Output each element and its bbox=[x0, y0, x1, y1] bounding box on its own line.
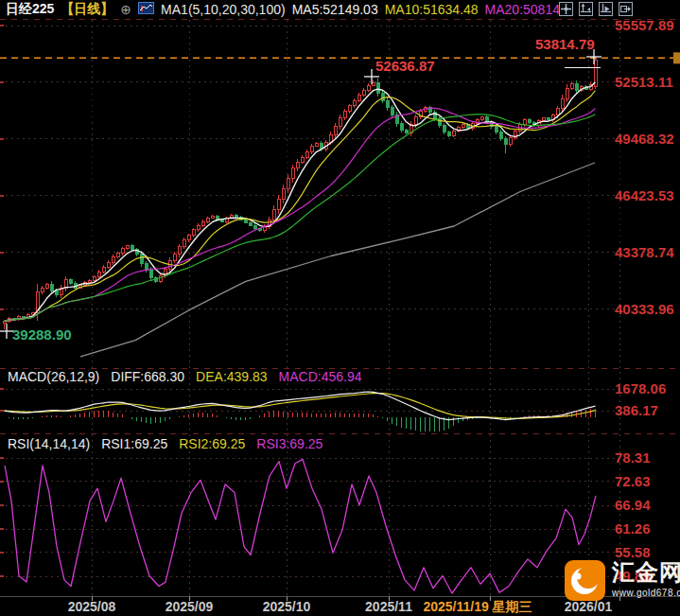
circle-plus-icon[interactable]: ⊕ bbox=[120, 3, 131, 16]
rsi-title: RSI(14,14,14) bbox=[8, 436, 90, 451]
price-axis-label: 49468.32 bbox=[615, 131, 674, 147]
macd-title: MACD(26,12,9) bbox=[8, 369, 99, 384]
watermark-name: 汇金网 bbox=[612, 560, 680, 585]
macd-axis-label: 386.17 bbox=[615, 402, 658, 418]
x-axis-label: 2025/08 bbox=[68, 599, 116, 614]
ma5-value: MA5:52149.03 bbox=[292, 2, 378, 17]
chart-toolbar bbox=[559, 2, 633, 16]
macd-header: MACD(26,12,9) DIFF:668.30 DEA:439.83 MAC… bbox=[8, 369, 362, 384]
x-axis-label: 2026/01 bbox=[565, 599, 613, 614]
gold678-logo-icon bbox=[565, 560, 605, 601]
rsi-axis-label: 78.31 bbox=[615, 449, 651, 466]
x-axis-label-highlighted: 2025/11/19 星期三 bbox=[423, 599, 532, 616]
rsi-axis-label: 72.63 bbox=[615, 473, 651, 489]
mini-chart-icon[interactable] bbox=[138, 2, 154, 17]
rsi2-value: RSI2:69.25 bbox=[179, 436, 245, 451]
watermark-logo: 汇金网 www.gold678.com bbox=[565, 560, 680, 601]
annotation-period-low: 39288.90 bbox=[12, 326, 72, 343]
rsi3-value: RSI3:69.25 bbox=[256, 436, 323, 451]
annotation-session-high: 53814.79 bbox=[535, 36, 595, 52]
rsi1-value: RSI1:69.25 bbox=[101, 436, 167, 451]
price-axis-label: 43378.74 bbox=[615, 244, 674, 260]
annotation-october-peak: 52636.87 bbox=[375, 58, 435, 74]
chart-header: 日经225 【日线】 ⊕ MA1(5,10,20,30,100) MA5:521… bbox=[6, 1, 571, 18]
macd-diff-value: DIFF:668.30 bbox=[111, 369, 184, 384]
price-axis-label: 40333.96 bbox=[615, 301, 674, 317]
price-axis-label: 55557.89 bbox=[615, 17, 674, 33]
x-axis-label: 2025/09 bbox=[166, 599, 214, 614]
exit-right-icon[interactable] bbox=[619, 2, 633, 16]
axis-pan-icon[interactable] bbox=[579, 2, 593, 16]
x-axis-label: 2025/10 bbox=[263, 599, 311, 614]
chart-app: 日经225 【日线】 ⊕ MA1(5,10,20,30,100) MA5:521… bbox=[0, 0, 680, 616]
period-label: 【日线】 bbox=[61, 1, 113, 18]
chart-canvas[interactable] bbox=[0, 0, 680, 616]
rsi-axis-label: 61.26 bbox=[615, 520, 651, 537]
ma-group-label: MA1(5,10,20,30,100) bbox=[161, 2, 286, 17]
rsi-axis-label: 55.58 bbox=[615, 544, 651, 560]
axis-zoom-icon[interactable] bbox=[599, 2, 613, 16]
x-axis-label: 2025/11 bbox=[365, 599, 412, 614]
rsi-axis-label: 66.94 bbox=[615, 497, 651, 513]
rsi-header: RSI(14,14,14) RSI1:69.25 RSI2:69.25 RSI3… bbox=[8, 436, 323, 451]
macd-dea-value: DEA:439.83 bbox=[196, 369, 268, 384]
price-axis-label: 46423.53 bbox=[615, 187, 674, 203]
macd-axis-label: 1678.06 bbox=[615, 380, 666, 396]
symbol-name: 日经225 bbox=[6, 1, 54, 18]
ma20-value: MA20:50814.5 bbox=[485, 2, 571, 17]
crosshair-icon[interactable] bbox=[559, 2, 573, 16]
macd-macd-value: MACD:456.94 bbox=[279, 369, 362, 384]
ma10-value: MA10:51634.48 bbox=[385, 2, 479, 17]
price-axis-label: 52513.11 bbox=[615, 74, 673, 90]
watermark-url: www.gold678.com bbox=[612, 588, 680, 598]
